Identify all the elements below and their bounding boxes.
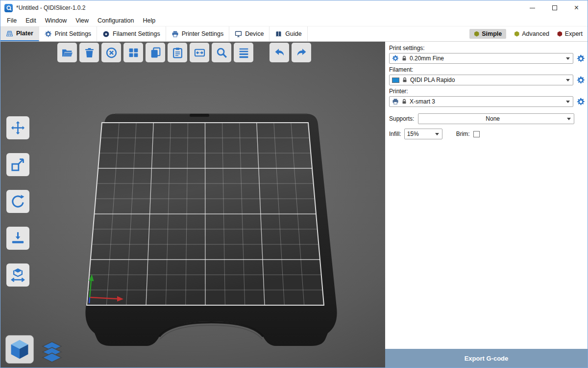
undo-button[interactable] <box>270 43 289 62</box>
print-settings-value: 0.20mm Fine <box>410 55 564 62</box>
rotate-button[interactable] <box>6 190 29 213</box>
monitor-icon <box>235 30 242 38</box>
lock-icon <box>401 99 407 105</box>
advanced-mode-hexagon-icon <box>514 31 519 37</box>
export-gcode-button[interactable]: Export G-code <box>385 349 588 368</box>
tab-plater[interactable]: Plater <box>0 26 39 41</box>
tab-device-label: Device <box>245 30 264 37</box>
printer-value: X-smart 3 <box>410 98 564 105</box>
paste-button[interactable] <box>168 43 187 62</box>
open-button[interactable] <box>57 43 77 62</box>
menu-help[interactable]: Help <box>138 16 160 26</box>
tab-filament-settings[interactable]: Filament Settings <box>97 26 166 41</box>
trash-icon <box>83 47 96 59</box>
printer-icon <box>392 98 399 105</box>
brim-checkbox[interactable] <box>473 131 480 137</box>
filament-label: Filament: <box>389 66 588 73</box>
printer-icon <box>172 30 179 38</box>
infill-combo[interactable]: 15% <box>404 129 442 139</box>
preview-view-button[interactable] <box>41 341 63 364</box>
place-on-face-button[interactable] <box>6 227 29 250</box>
chevron-down-icon <box>567 118 571 120</box>
minimize-button[interactable] <box>521 0 543 15</box>
filament-combo[interactable]: QIDI PLA Rapido <box>389 75 573 85</box>
mode-advanced[interactable]: Advanced <box>514 30 549 37</box>
tabbar: Plater Print Settings Filament Settings … <box>0 26 588 42</box>
search-button[interactable] <box>212 43 231 62</box>
arrange-button[interactable] <box>123 43 143 62</box>
tab-guide-label: Guide <box>285 30 301 37</box>
layer-height-icon <box>238 47 250 59</box>
lock-icon <box>402 77 408 83</box>
rotate-icon <box>10 194 25 209</box>
titlebar: *Untitled - QIDISlicer-1.0.2 × <box>0 0 588 15</box>
menu-configuration[interactable]: Configuration <box>93 16 138 26</box>
maximize-button[interactable] <box>543 0 565 15</box>
supports-value: None <box>421 115 564 122</box>
simple-mode-hexagon-icon <box>474 31 479 37</box>
printer-label: Printer: <box>389 88 588 95</box>
mode-simple[interactable]: Simple <box>469 29 506 39</box>
delete-button[interactable] <box>79 43 99 62</box>
menu-edit[interactable]: Edit <box>21 16 41 26</box>
printer-gear-button[interactable] <box>577 98 585 106</box>
split-icon <box>194 47 206 59</box>
close-button[interactable]: × <box>565 0 588 15</box>
undo-icon <box>273 47 286 59</box>
copy-button[interactable] <box>146 43 165 62</box>
layers-preview-icon <box>41 341 63 364</box>
3d-editor-view-button[interactable] <box>5 335 34 364</box>
mode-advanced-label: Advanced <box>522 30 549 37</box>
transform-toolbar <box>6 116 29 287</box>
redo-button[interactable] <box>292 43 311 62</box>
print-settings-gear-button[interactable] <box>577 54 585 63</box>
print-settings-combo[interactable]: 0.20mm Fine <box>389 53 573 64</box>
view-switch <box>5 335 63 364</box>
mode-simple-label: Simple <box>482 30 502 37</box>
tab-device[interactable]: Device <box>229 26 270 41</box>
scale-button[interactable] <box>6 153 29 176</box>
3d-cube-icon <box>9 339 30 360</box>
move-button[interactable] <box>6 116 29 139</box>
tab-printer-settings[interactable]: Printer Settings <box>166 26 229 41</box>
sidebar: Print settings: 0.20mm Fine Filament: QI… <box>385 42 588 368</box>
scene-toolbar <box>57 43 311 62</box>
tab-guide[interactable]: Guide <box>270 26 307 41</box>
open-folder-icon <box>61 47 74 59</box>
menu-view[interactable]: View <box>71 16 93 26</box>
delete-all-button[interactable] <box>101 43 121 62</box>
bed-top-notch <box>190 114 209 117</box>
tab-print-settings[interactable]: Print Settings <box>39 26 97 41</box>
delete-all-icon <box>105 47 118 59</box>
printer-combo[interactable]: X-smart 3 <box>389 96 573 107</box>
measure-button[interactable] <box>6 263 29 287</box>
supports-combo[interactable]: None <box>418 113 574 124</box>
infill-value: 15% <box>407 131 433 137</box>
measure-icon <box>10 267 25 283</box>
menu-file[interactable]: File <box>2 16 21 26</box>
minimize-icon <box>530 8 535 8</box>
maximize-icon <box>552 5 557 10</box>
chevron-down-icon <box>435 133 439 135</box>
paste-icon <box>172 47 184 59</box>
tab-printer-settings-label: Printer Settings <box>182 30 223 37</box>
arrange-icon <box>127 47 140 59</box>
print-bed-render <box>0 42 385 368</box>
expert-mode-hexagon-icon <box>557 31 563 37</box>
menubar: File Edit Window View Configuration Help <box>0 15 588 26</box>
split-button[interactable] <box>190 43 209 62</box>
menu-window[interactable]: Window <box>41 16 71 26</box>
chevron-down-icon <box>566 101 570 103</box>
tab-filament-settings-label: Filament Settings <box>113 30 160 37</box>
mode-expert-label: Expert <box>565 30 583 37</box>
lock-icon <box>401 55 407 61</box>
filament-gear-button[interactable] <box>577 76 585 84</box>
mode-expert[interactable]: Expert <box>557 30 583 37</box>
gear-icon <box>392 55 399 62</box>
window-controls: × <box>521 0 588 15</box>
app-logo-icon <box>4 4 13 12</box>
gear-icon <box>45 30 52 38</box>
copy-icon <box>149 47 162 59</box>
variable-layer-height-button[interactable] <box>234 43 253 62</box>
3d-viewport[interactable] <box>0 42 385 368</box>
